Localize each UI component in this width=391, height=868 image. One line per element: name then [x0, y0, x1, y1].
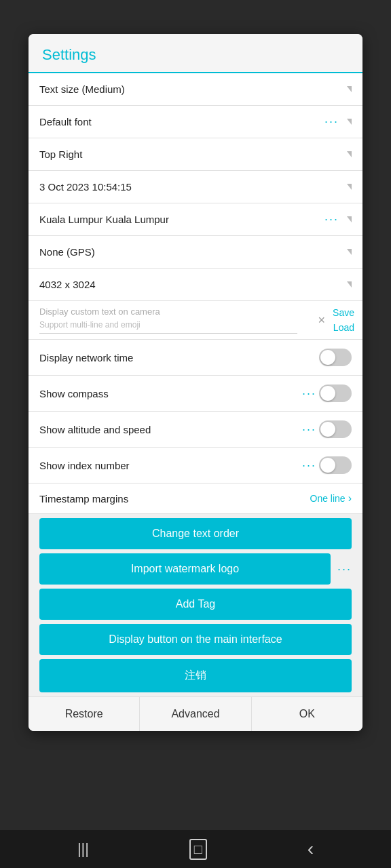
menu-nav-icon[interactable]: |||: [77, 840, 89, 858]
custom-text-sub: Support multi-line and emoji: [39, 320, 141, 330]
setting-row-compass: Show compass ···: [29, 376, 362, 412]
settings-modal: Settings Text size (Medium) Default font…: [29, 34, 362, 731]
setting-row-resolution[interactable]: 4032 x 3024: [29, 269, 362, 301]
restore-button[interactable]: Restore: [29, 697, 140, 731]
load-button[interactable]: Load: [333, 321, 354, 335]
compass-controls: ···: [297, 384, 352, 402]
import-watermark-row: Import watermark logo ···: [29, 553, 362, 585]
compass-dots[interactable]: ···: [302, 387, 316, 401]
import-watermark-dots[interactable]: ···: [337, 562, 352, 576]
gps-label: None (GPS): [39, 246, 341, 258]
compass-toggle[interactable]: [319, 384, 352, 402]
setting-row-network-time: Display network time: [29, 340, 362, 376]
setting-row-datetime[interactable]: 3 Oct 2023 10:54:15: [29, 171, 362, 203]
altitude-toggle[interactable]: [319, 420, 352, 438]
default-font-arrow: [347, 119, 352, 125]
ok-button[interactable]: OK: [252, 697, 362, 731]
save-load-buttons: Save Load: [333, 307, 354, 334]
setting-row-top-right[interactable]: Top Right: [29, 138, 362, 171]
index-controls: ···: [297, 456, 352, 474]
altitude-controls: ···: [297, 420, 352, 438]
setting-row-altitude: Show altitude and speed ···: [29, 412, 362, 448]
timestamp-margins-label: Timestamp margins: [39, 493, 310, 505]
default-font-label: Default font: [39, 116, 319, 127]
modal-header: Settings: [29, 34, 362, 73]
footer-buttons: Restore Advanced OK: [29, 696, 362, 731]
import-watermark-button[interactable]: Import watermark logo: [39, 553, 331, 585]
datetime-label: 3 Oct 2023 10:54:15: [39, 181, 341, 193]
compass-label: Show compass: [39, 388, 297, 399]
timestamp-right: One line ›: [310, 492, 352, 505]
change-text-order-button[interactable]: Change text order: [39, 518, 352, 549]
gps-arrow: [347, 249, 352, 255]
location-arrow: [347, 216, 352, 222]
chevron-right-icon: ›: [348, 492, 352, 505]
text-size-arrow: [347, 86, 352, 92]
text-size-label: Text size (Medium): [39, 83, 341, 95]
timestamp-value: One line: [310, 493, 346, 504]
altitude-label: Show altitude and speed: [39, 424, 297, 435]
settings-scroll: Text size (Medium) Default font ··· Top …: [29, 73, 362, 731]
top-right-arrow: [347, 151, 352, 157]
network-time-label: Display network time: [39, 352, 319, 363]
setting-row-default-font[interactable]: Default font ···: [29, 106, 362, 138]
location-dots[interactable]: ···: [324, 212, 339, 226]
setting-row-gps[interactable]: None (GPS): [29, 236, 362, 269]
default-font-dots[interactable]: ···: [324, 115, 339, 129]
resolution-label: 4032 x 3024: [39, 279, 341, 290]
network-time-toggle[interactable]: [319, 349, 352, 366]
custom-text-close[interactable]: ×: [318, 313, 325, 328]
altitude-dots[interactable]: ···: [302, 422, 316, 437]
save-button[interactable]: Save: [333, 307, 354, 320]
display-button-main[interactable]: Display button on the main interface: [39, 624, 352, 655]
add-tag-button[interactable]: Add Tag: [39, 589, 352, 620]
setting-row-text-size[interactable]: Text size (Medium): [29, 73, 362, 106]
top-right-label: Top Right: [39, 149, 341, 160]
datetime-arrow: [347, 184, 352, 190]
index-toggle[interactable]: [319, 456, 352, 474]
advanced-button[interactable]: Advanced: [140, 697, 251, 731]
nav-bar: ||| □ ‹: [0, 830, 391, 868]
location-label: Kuala Lumpur Kuala Lumpur: [39, 214, 319, 225]
custom-text-row: Display custom text on camera Support mu…: [29, 301, 362, 340]
location-controls: ···: [319, 212, 352, 226]
back-nav-icon[interactable]: ‹: [308, 838, 314, 860]
cancel-button[interactable]: 注销: [39, 659, 352, 692]
setting-row-index: Show index number ···: [29, 448, 362, 484]
home-nav-icon[interactable]: □: [189, 839, 207, 860]
index-label: Show index number: [39, 460, 297, 471]
custom-text-placeholder: Display custom text on camera: [39, 307, 297, 317]
setting-row-location[interactable]: Kuala Lumpur Kuala Lumpur ···: [29, 203, 362, 236]
modal-title: Settings: [42, 46, 96, 63]
index-dots[interactable]: ···: [302, 458, 316, 473]
resolution-arrow: [347, 281, 352, 288]
default-font-controls: ···: [319, 115, 352, 129]
timestamp-margins-row[interactable]: Timestamp margins One line ›: [29, 484, 362, 514]
